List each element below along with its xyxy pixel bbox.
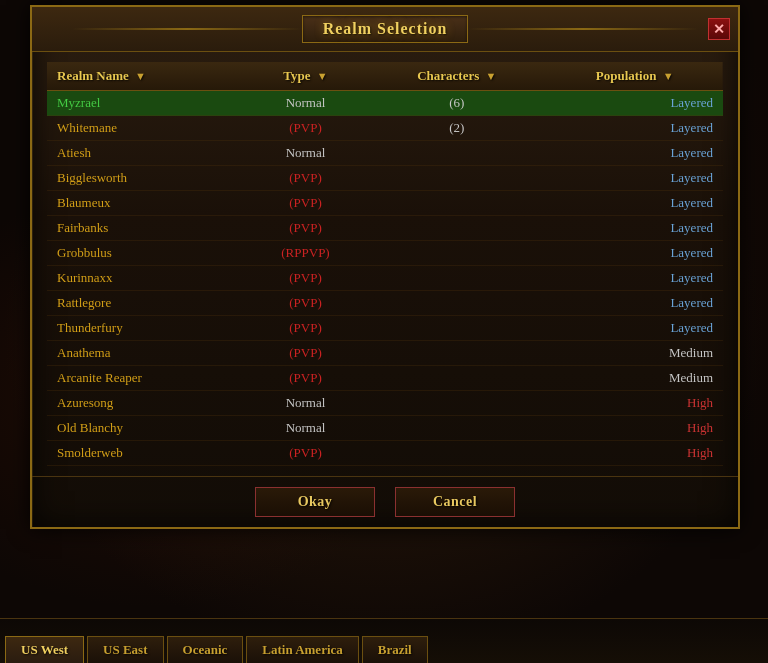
realm-name: Kurinnaxx	[47, 266, 244, 291]
realm-type: Normal	[244, 416, 368, 441]
realm-name: Myzrael	[47, 91, 244, 116]
title-ornament-left	[72, 28, 302, 30]
realm-population: High	[546, 416, 723, 441]
table-row[interactable]: Arcanite Reaper(PVP)Medium	[47, 366, 723, 391]
realm-characters	[367, 191, 546, 216]
region-tab-us-east[interactable]: US East	[87, 636, 163, 663]
realm-type: Normal	[244, 91, 368, 116]
realm-name: Thunderfury	[47, 316, 244, 341]
realm-type: Normal	[244, 391, 368, 416]
table-row[interactable]: MyzraelNormal(6)Layered	[47, 91, 723, 116]
realm-characters	[367, 241, 546, 266]
realm-population: Medium	[546, 366, 723, 391]
col-header-name[interactable]: Realm Name ▼	[47, 62, 244, 91]
title-ornament-right	[468, 28, 698, 30]
realm-type: (PVP)	[244, 191, 368, 216]
sort-arrow-pop: ▼	[663, 70, 674, 82]
realm-type: (PVP)	[244, 316, 368, 341]
realm-selection-dialog: Realm Selection ✕ Realm Name ▼	[30, 5, 740, 529]
sort-arrow-name: ▼	[135, 70, 146, 82]
dialog-content: Realm Name ▼ Type ▼ Characters ▼	[32, 52, 738, 527]
table-row[interactable]: Smolderweb(PVP)High	[47, 441, 723, 466]
realm-population: Layered	[546, 166, 723, 191]
realm-population: Layered	[546, 191, 723, 216]
region-tab-us-west[interactable]: US West	[5, 636, 84, 663]
realm-characters	[367, 266, 546, 291]
realm-type: (PVP)	[244, 116, 368, 141]
realm-characters	[367, 291, 546, 316]
title-box: Realm Selection	[302, 15, 469, 43]
realm-table: Realm Name ▼ Type ▼ Characters ▼	[47, 62, 723, 466]
realm-name: Blaumeux	[47, 191, 244, 216]
realm-name: Anathema	[47, 341, 244, 366]
table-row[interactable]: Fairbanks(PVP)Layered	[47, 216, 723, 241]
realm-name: Whitemane	[47, 116, 244, 141]
table-row[interactable]: AzuresongNormalHigh	[47, 391, 723, 416]
realm-name: Arcanite Reaper	[47, 366, 244, 391]
realm-name: Old Blanchy	[47, 416, 244, 441]
realm-name: Grobbulus	[47, 241, 244, 266]
realm-characters	[367, 416, 546, 441]
region-tab-oceanic[interactable]: Oceanic	[167, 636, 244, 663]
background: Realm Selection ✕ Realm Name ▼	[0, 0, 768, 663]
table-row[interactable]: Blaumeux(PVP)Layered	[47, 191, 723, 216]
realm-characters	[367, 141, 546, 166]
col-header-population[interactable]: Population ▼	[546, 62, 723, 91]
realm-name: Azuresong	[47, 391, 244, 416]
dialog-title: Realm Selection	[323, 20, 448, 37]
realm-population: Layered	[546, 241, 723, 266]
footer-buttons: Okay Cancel	[32, 476, 738, 527]
realm-characters	[367, 441, 546, 466]
realm-population: Layered	[546, 291, 723, 316]
realm-type: (PVP)	[244, 341, 368, 366]
realm-type: (PVP)	[244, 366, 368, 391]
table-row[interactable]: Old BlanchyNormalHigh	[47, 416, 723, 441]
realm-population: Medium	[546, 341, 723, 366]
realm-type: (PVP)	[244, 216, 368, 241]
realm-list: MyzraelNormal(6)LayeredWhitemane(PVP)(2)…	[47, 91, 723, 466]
close-button[interactable]: ✕	[708, 18, 730, 40]
region-tab-brazil[interactable]: Brazil	[362, 636, 428, 663]
sort-arrow-chars: ▼	[486, 70, 497, 82]
realm-characters	[367, 216, 546, 241]
table-row[interactable]: Thunderfury(PVP)Layered	[47, 316, 723, 341]
table-row[interactable]: Whitemane(PVP)(2)Layered	[47, 116, 723, 141]
realm-characters: (2)	[367, 116, 546, 141]
table-row[interactable]: AtieshNormalLayered	[47, 141, 723, 166]
region-tabs: US WestUS EastOceanicLatin AmericaBrazil	[0, 618, 768, 663]
realm-name: Rattlegore	[47, 291, 244, 316]
realm-type: (RPPVP)	[244, 241, 368, 266]
realm-type: (PVP)	[244, 166, 368, 191]
table-row[interactable]: Kurinnaxx(PVP)Layered	[47, 266, 723, 291]
realm-population: Layered	[546, 91, 723, 116]
cancel-button[interactable]: Cancel	[395, 487, 515, 517]
title-bar: Realm Selection ✕	[32, 7, 738, 52]
col-header-type[interactable]: Type ▼	[244, 62, 368, 91]
table-row[interactable]: Anathema(PVP)Medium	[47, 341, 723, 366]
realm-population: Layered	[546, 316, 723, 341]
realm-characters	[367, 316, 546, 341]
okay-button[interactable]: Okay	[255, 487, 375, 517]
realm-characters: (6)	[367, 91, 546, 116]
region-tab-latin-america[interactable]: Latin America	[246, 636, 359, 663]
table-row[interactable]: Rattlegore(PVP)Layered	[47, 291, 723, 316]
realm-population: Layered	[546, 216, 723, 241]
table-container: Realm Name ▼ Type ▼ Characters ▼	[32, 52, 738, 476]
realm-population: Layered	[546, 141, 723, 166]
realm-type: (PVP)	[244, 441, 368, 466]
realm-name: Smolderweb	[47, 441, 244, 466]
realm-population: Layered	[546, 266, 723, 291]
realm-population: High	[546, 391, 723, 416]
realm-characters	[367, 341, 546, 366]
col-header-characters[interactable]: Characters ▼	[367, 62, 546, 91]
table-row[interactable]: Bigglesworth(PVP)Layered	[47, 166, 723, 191]
realm-name: Atiesh	[47, 141, 244, 166]
realm-characters	[367, 366, 546, 391]
table-row[interactable]: Grobbulus(RPPVP)Layered	[47, 241, 723, 266]
realm-type: (PVP)	[244, 266, 368, 291]
realm-name: Bigglesworth	[47, 166, 244, 191]
realm-name: Fairbanks	[47, 216, 244, 241]
realm-characters	[367, 391, 546, 416]
table-header: Realm Name ▼ Type ▼ Characters ▼	[47, 62, 723, 91]
realm-type: (PVP)	[244, 291, 368, 316]
